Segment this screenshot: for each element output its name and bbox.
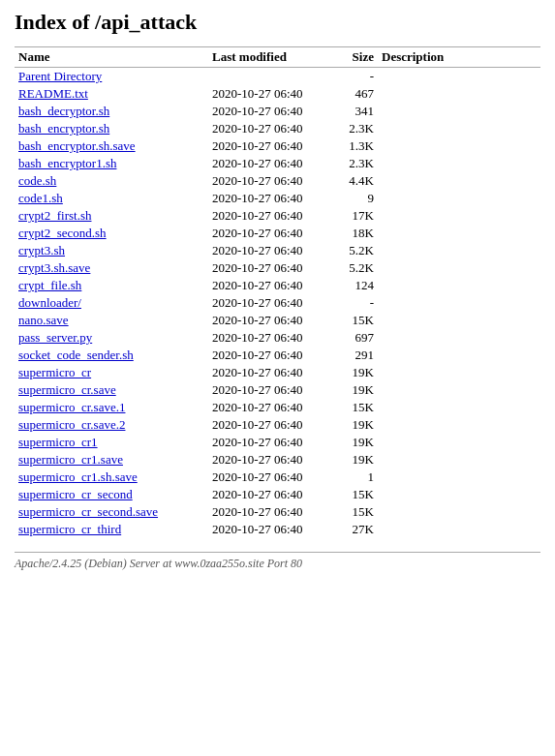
file-date-cell: 2020-10-27 06:40 <box>208 242 334 259</box>
file-size-cell: 9 <box>334 190 378 207</box>
file-link[interactable]: supermicro_cr1 <box>18 435 98 449</box>
file-name-cell: supermicro_cr.save.2 <box>15 416 208 434</box>
table-row: Parent Directory- <box>15 68 540 86</box>
table-row: crypt_file.sh2020-10-27 06:40124 <box>15 277 540 294</box>
table-row: supermicro_cr12020-10-27 06:4019K <box>15 434 540 451</box>
file-size-cell: 5.2K <box>334 242 378 259</box>
file-link[interactable]: Parent Directory <box>18 69 102 83</box>
file-link[interactable]: socket_code_sender.sh <box>18 348 134 362</box>
col-header-description[interactable]: Description <box>378 47 540 68</box>
file-name-cell: nano.save <box>15 312 208 329</box>
file-desc-cell <box>378 469 540 486</box>
file-link[interactable]: crypt3.sh <box>18 243 65 257</box>
file-link[interactable]: supermicro_cr_third <box>18 522 121 536</box>
file-name-cell: bash_decryptor.sh <box>15 103 208 120</box>
file-desc-cell <box>378 521 540 538</box>
table-row: code1.sh2020-10-27 06:409 <box>15 190 540 207</box>
file-link[interactable]: downloader/ <box>18 295 81 310</box>
file-name-cell: code1.sh <box>15 190 208 207</box>
file-desc-cell <box>378 242 540 259</box>
file-desc-cell <box>378 172 540 190</box>
file-date-cell: 2020-10-27 06:40 <box>208 294 334 312</box>
col-header-modified[interactable]: Last modified <box>208 47 334 68</box>
file-name-cell: socket_code_sender.sh <box>15 347 208 364</box>
file-name-cell: supermicro_cr_third <box>15 521 208 538</box>
file-size-cell: 19K <box>334 451 378 469</box>
file-date-cell <box>208 68 334 86</box>
file-link[interactable]: nano.save <box>18 313 69 327</box>
file-name-cell: supermicro_cr.save <box>15 381 208 399</box>
file-name-cell: supermicro_cr1 <box>15 434 208 451</box>
file-date-cell: 2020-10-27 06:40 <box>208 225 334 242</box>
table-row: code.sh2020-10-27 06:404.4K <box>15 172 540 190</box>
file-size-cell: 1 <box>334 469 378 486</box>
table-row: bash_decryptor.sh2020-10-27 06:40341 <box>15 103 540 120</box>
file-link[interactable]: code.sh <box>18 173 56 188</box>
file-link[interactable]: crypt3.sh.save <box>18 260 90 275</box>
table-row: bash_encryptor.sh.save2020-10-27 06:401.… <box>15 137 540 155</box>
file-link[interactable]: README.txt <box>18 86 88 101</box>
file-desc-cell <box>378 416 540 434</box>
file-link[interactable]: crypt2_first.sh <box>18 208 91 223</box>
file-desc-cell <box>378 225 540 242</box>
table-row: downloader/2020-10-27 06:40- <box>15 294 540 312</box>
table-row: supermicro_cr_second.save2020-10-27 06:4… <box>15 503 540 521</box>
file-name-cell: pass_server.py <box>15 329 208 347</box>
file-link[interactable]: pass_server.py <box>18 330 92 345</box>
file-date-cell: 2020-10-27 06:40 <box>208 329 334 347</box>
file-date-cell: 2020-10-27 06:40 <box>208 103 334 120</box>
file-size-cell: 341 <box>334 103 378 120</box>
file-name-cell: supermicro_cr <box>15 364 208 381</box>
file-link[interactable]: crypt2_second.sh <box>18 226 107 240</box>
file-link[interactable]: supermicro_cr_second <box>18 487 133 501</box>
page-title: Index of /api_attack <box>15 10 540 35</box>
file-link[interactable]: supermicro_cr.save <box>18 382 116 397</box>
file-link[interactable]: supermicro_cr <box>18 365 91 379</box>
file-date-cell: 2020-10-27 06:40 <box>208 85 334 103</box>
file-link[interactable]: bash_encryptor1.sh <box>18 156 116 170</box>
file-date-cell: 2020-10-27 06:40 <box>208 486 334 503</box>
table-header-row: Name Last modified Size Description <box>15 47 540 68</box>
file-name-cell: supermicro_cr_second.save <box>15 503 208 521</box>
file-date-cell: 2020-10-27 06:40 <box>208 207 334 225</box>
table-row: supermicro_cr.save2020-10-27 06:4019K <box>15 381 540 399</box>
file-link[interactable]: bash_decryptor.sh <box>18 104 109 118</box>
file-link[interactable]: supermicro_cr1.sh.save <box>18 469 138 484</box>
file-size-cell: 124 <box>334 277 378 294</box>
file-name-cell: Parent Directory <box>15 68 208 86</box>
file-size-cell: 19K <box>334 416 378 434</box>
file-link[interactable]: bash_encryptor.sh.save <box>18 138 136 153</box>
file-name-cell: downloader/ <box>15 294 208 312</box>
col-header-size[interactable]: Size <box>334 47 378 68</box>
file-name-cell: bash_encryptor.sh.save <box>15 137 208 155</box>
file-size-cell: 19K <box>334 381 378 399</box>
table-row: nano.save2020-10-27 06:4015K <box>15 312 540 329</box>
col-header-name[interactable]: Name <box>15 47 208 68</box>
file-link[interactable]: code1.sh <box>18 191 63 205</box>
file-size-cell: 15K <box>334 312 378 329</box>
file-link[interactable]: supermicro_cr.save.2 <box>18 417 125 432</box>
file-link[interactable]: bash_encryptor.sh <box>18 121 109 136</box>
file-size-cell: 17K <box>334 207 378 225</box>
file-name-cell: bash_encryptor1.sh <box>15 155 208 172</box>
file-index-table: Name Last modified Size Description Pare… <box>15 46 540 538</box>
file-desc-cell <box>378 68 540 86</box>
file-date-cell: 2020-10-27 06:40 <box>208 155 334 172</box>
server-footer: Apache/2.4.25 (Debian) Server at www.0za… <box>15 552 540 571</box>
table-row: pass_server.py2020-10-27 06:40697 <box>15 329 540 347</box>
file-date-cell: 2020-10-27 06:40 <box>208 451 334 469</box>
file-date-cell: 2020-10-27 06:40 <box>208 399 334 416</box>
table-row: crypt2_first.sh2020-10-27 06:4017K <box>15 207 540 225</box>
file-size-cell: 467 <box>334 85 378 103</box>
file-desc-cell <box>378 259 540 277</box>
file-size-cell: 2.3K <box>334 120 378 137</box>
file-link[interactable]: crypt_file.sh <box>18 278 81 292</box>
file-link[interactable]: supermicro_cr.save.1 <box>18 400 125 414</box>
file-date-cell: 2020-10-27 06:40 <box>208 137 334 155</box>
file-desc-cell <box>378 120 540 137</box>
table-row: supermicro_cr.save.22020-10-27 06:4019K <box>15 416 540 434</box>
file-size-cell: 27K <box>334 521 378 538</box>
file-link[interactable]: supermicro_cr_second.save <box>18 504 158 519</box>
file-link[interactable]: supermicro_cr1.save <box>18 452 123 467</box>
file-desc-cell <box>378 103 540 120</box>
